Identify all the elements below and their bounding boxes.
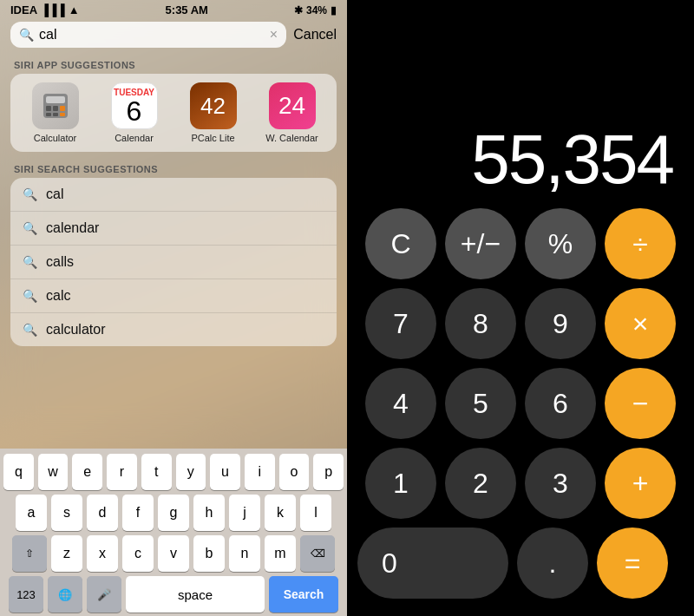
calc-btn-clear[interactable]: C (365, 208, 436, 279)
suggestion-text-2: calls (46, 254, 74, 270)
left-panel: IDEA ▐▐▐ ▲ 5:35 AM ✱ 34% ▮ 🔍 × Cancel SI… (0, 0, 347, 616)
wifi-icon: ▲ (69, 3, 80, 16)
search-input[interactable] (39, 27, 265, 43)
key-s[interactable]: s (51, 495, 82, 531)
key-g[interactable]: g (158, 495, 189, 531)
calc-row-4: 1 2 3 + (347, 448, 694, 519)
key-k[interactable]: k (265, 495, 296, 531)
suggestion-search-icon-4: 🔍 (23, 323, 37, 337)
app-label-calculator: Calculator (34, 133, 77, 143)
calc-btn-dot[interactable]: . (517, 528, 588, 599)
signal-icon: ▐▐▐ (41, 3, 65, 16)
keyboard-row-2: a s d f g h j k l (3, 495, 344, 531)
app-item-pcalc[interactable]: 42 PCalc Lite (182, 82, 245, 143)
calendar-icon: Tuesday 6 (111, 82, 158, 129)
key-n[interactable]: n (229, 535, 260, 572)
key-t[interactable]: t (141, 454, 172, 490)
calc-btn-8[interactable]: 8 (445, 288, 516, 359)
key-u[interactable]: u (210, 454, 240, 490)
keyboard-row-1: q w e r t y u i o p (3, 454, 344, 490)
calc-btn-divide[interactable]: ÷ (605, 208, 676, 279)
key-l[interactable]: l (300, 495, 331, 531)
svg-rect-1 (46, 96, 65, 103)
svg-rect-2 (46, 106, 51, 111)
calc-btn-1[interactable]: 1 (365, 448, 436, 519)
key-y[interactable]: y (176, 454, 206, 490)
svg-rect-7 (60, 113, 65, 116)
calc-btn-9[interactable]: 9 (525, 288, 596, 359)
app-label-pcalc: PCalc Lite (191, 133, 234, 143)
key-j[interactable]: j (229, 495, 260, 531)
calc-btn-2[interactable]: 2 (445, 448, 516, 519)
time-label: 5:35 AM (166, 3, 208, 16)
suggestion-text-1: calendar (46, 220, 99, 236)
suggestion-item-0[interactable]: 🔍 cal (10, 178, 337, 212)
key-v[interactable]: v (158, 535, 189, 572)
calc-row-2: 7 8 9 × (347, 288, 694, 359)
calc-btn-percent[interactable]: % (525, 208, 596, 279)
app-item-calculator[interactable]: Calculator (24, 82, 87, 143)
search-clear-button[interactable]: × (270, 27, 278, 43)
key-x[interactable]: x (87, 535, 118, 572)
suggestion-item-3[interactable]: 🔍 calc (10, 279, 337, 313)
calc-btn-plus-minus[interactable]: +/− (445, 208, 516, 279)
key-q[interactable]: q (3, 454, 34, 490)
wcalendar-icon: 24 (269, 82, 316, 129)
key-r[interactable]: r (107, 454, 137, 490)
app-label-wcalendar: W. Calendar (265, 133, 318, 143)
calc-btn-add[interactable]: + (605, 448, 676, 519)
calc-btn-subtract[interactable]: − (605, 368, 676, 439)
key-123[interactable]: 123 (9, 576, 43, 613)
app-label-calendar: Calendar (115, 133, 154, 143)
key-p[interactable]: p (313, 454, 344, 490)
key-space[interactable]: space (126, 576, 265, 613)
bluetooth-icon: ✱ (294, 4, 303, 16)
calc-btn-6[interactable]: 6 (525, 368, 596, 439)
suggestion-item-2[interactable]: 🔍 calls (10, 246, 337, 279)
calc-row-5: 0 . = (347, 528, 694, 599)
svg-rect-6 (53, 113, 58, 116)
key-o[interactable]: o (279, 454, 310, 490)
key-b[interactable]: b (193, 535, 225, 572)
battery-label: 34% (306, 4, 327, 16)
calc-btn-0[interactable]: 0 (357, 528, 508, 599)
suggestion-text-3: calc (46, 288, 70, 304)
pcalc-icon: 42 (190, 82, 237, 129)
calc-btn-multiply[interactable]: × (605, 288, 676, 359)
key-d[interactable]: d (87, 495, 118, 531)
app-suggestions: Calculator Tuesday 6 Calendar 42 PCalc L… (10, 74, 337, 152)
status-left: IDEA ▐▐▐ ▲ (10, 3, 80, 16)
key-i[interactable]: i (245, 454, 275, 490)
app-item-calendar[interactable]: Tuesday 6 Calendar (103, 82, 166, 143)
key-search[interactable]: Search (269, 576, 338, 613)
suggestion-item-4[interactable]: 🔍 calculator (10, 313, 337, 346)
suggestion-text-4: calculator (46, 322, 105, 337)
search-input-container[interactable]: 🔍 × (10, 22, 286, 48)
cancel-button[interactable]: Cancel (293, 27, 337, 43)
svg-rect-3 (53, 106, 58, 111)
calc-btn-equals[interactable]: = (597, 528, 668, 599)
calculator-icon (32, 82, 79, 129)
key-m[interactable]: m (265, 535, 296, 572)
suggestion-item-1[interactable]: 🔍 calendar (10, 212, 337, 246)
key-shift[interactable]: ⇧ (12, 535, 47, 572)
calc-btn-5[interactable]: 5 (445, 368, 516, 439)
suggestion-search-icon-3: 🔍 (23, 289, 37, 303)
key-globe[interactable]: 🌐 (48, 576, 82, 613)
key-f[interactable]: f (122, 495, 154, 531)
key-e[interactable]: e (72, 454, 102, 490)
key-w[interactable]: w (38, 454, 69, 490)
calc-btn-4[interactable]: 4 (365, 368, 436, 439)
key-backspace[interactable]: ⌫ (300, 535, 335, 572)
suggestion-search-icon-0: 🔍 (23, 187, 37, 201)
search-suggestions-list: 🔍 cal 🔍 calendar 🔍 calls 🔍 calc 🔍 calcul… (10, 178, 337, 346)
key-c[interactable]: c (122, 535, 154, 572)
calc-btn-7[interactable]: 7 (365, 288, 436, 359)
suggestion-search-icon-2: 🔍 (23, 255, 37, 269)
key-h[interactable]: h (193, 495, 225, 531)
key-mic[interactable]: 🎤 (87, 576, 121, 613)
calc-btn-3[interactable]: 3 (525, 448, 596, 519)
key-a[interactable]: a (16, 495, 47, 531)
app-item-wcalendar[interactable]: 24 W. Calendar (261, 82, 324, 143)
key-z[interactable]: z (51, 535, 82, 572)
